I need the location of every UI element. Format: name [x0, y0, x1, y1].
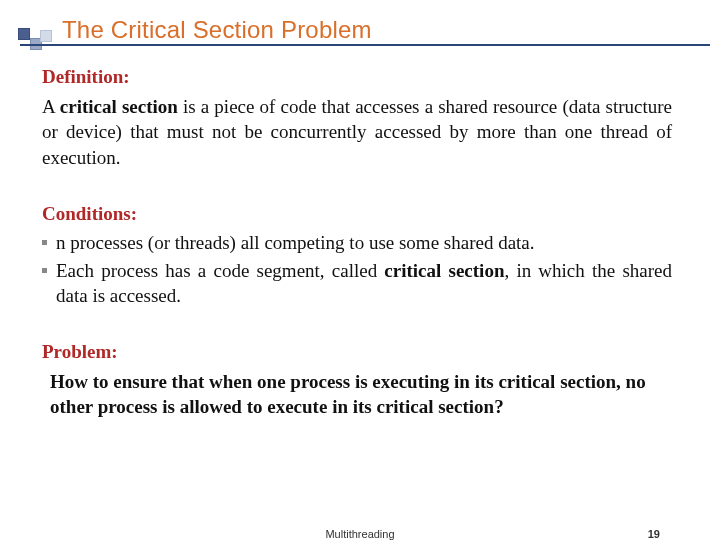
- list-item: Each process has a code segment, called …: [42, 258, 672, 309]
- footer-label: Multithreading: [325, 528, 394, 540]
- item-text-bold: critical section: [384, 260, 504, 281]
- list-item: n processes (or threads) all competing t…: [42, 230, 672, 256]
- title-underline: [20, 44, 710, 46]
- decorative-squares-icon: [18, 28, 58, 56]
- problem-heading: Problem:: [42, 339, 672, 365]
- title-bar: The Critical Section Problem: [0, 8, 720, 46]
- conditions-list: n processes (or threads) all competing t…: [42, 230, 672, 309]
- definition-heading: Definition:: [42, 64, 672, 90]
- page-number: 19: [648, 528, 660, 540]
- definition-text-bold: critical section: [60, 96, 178, 117]
- slide-title: The Critical Section Problem: [62, 16, 372, 44]
- definition-text-pre: A: [42, 96, 60, 117]
- slide-content: Definition: A critical section is a piec…: [0, 46, 720, 420]
- conditions-heading: Conditions:: [42, 201, 672, 227]
- item-text-pre: n processes (or threads) all competing t…: [56, 232, 535, 253]
- definition-body: A critical section is a piece of code th…: [42, 94, 672, 171]
- item-text-pre: Each process has a code segment, called: [56, 260, 384, 281]
- problem-body: How to ensure that when one process is e…: [42, 369, 672, 420]
